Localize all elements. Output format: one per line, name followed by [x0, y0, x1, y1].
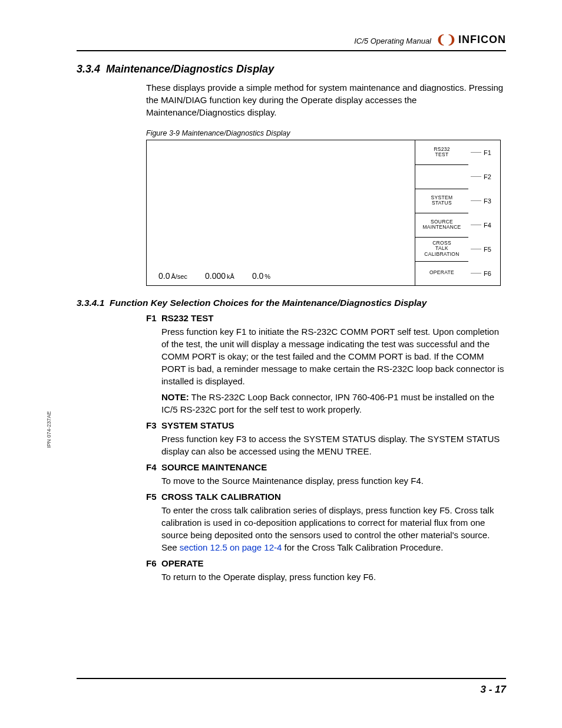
section-intro: These displays provide a simple method f… [146, 81, 506, 118]
ipn-sidetext: IPN 074-237AE [46, 411, 52, 448]
manual-title: IC/5 Operating Manual [354, 37, 431, 47]
fkey-desc-f1: F1RS232 TEST Press function key F1 to in… [146, 313, 506, 416]
fkey-column: RS232 TEST F1 F2 SYSTEM STATUS F3 SOURCE… [415, 140, 500, 285]
fkey-f4[interactable]: SOURCE MAINTENANCE F4 [415, 213, 500, 237]
brand-name: INFICON [458, 34, 506, 46]
figure-diagnostics-display: 0.0Å/sec 0.000kÅ 0.0% RS232 TEST F1 F2 [146, 140, 501, 286]
figure-left-panel: 0.0Å/sec 0.000kÅ 0.0% [147, 140, 415, 285]
section-heading: 3.3.4 Maintenance/Diagnostics Display [77, 63, 506, 75]
page-header: IC/5 Operating Manual ❨❩ INFICON [77, 32, 506, 51]
thickness-readout: 0.000kÅ [205, 271, 234, 281]
brand-logo: ❨❩ INFICON [436, 32, 506, 47]
note-rs232: NOTE: The RS-232C Loop Back connector, I… [161, 391, 506, 416]
cross-ref-link[interactable]: section 12.5 on page 12-4 [180, 542, 282, 552]
status-readout: 0.0Å/sec 0.000kÅ 0.0% [147, 266, 415, 285]
fkey-desc-f5: F5CROSS TALK CALIBRATION To enter the cr… [146, 492, 506, 554]
page-footer: 3 - 17 [77, 678, 506, 696]
fkey-desc-f6: F6OPERATE To return to the Operate displ… [146, 558, 506, 583]
fkey-desc-f3: F3SYSTEM STATUS Press function key F3 to… [146, 420, 506, 457]
percent-readout: 0.0% [252, 271, 270, 281]
fkey-f2[interactable]: F2 [415, 164, 500, 189]
fkey-f6[interactable]: OPERATE F6 [415, 261, 500, 285]
figure-caption: Figure 3-9 Maintenance/Diagnostics Displ… [146, 129, 506, 137]
fkey-f3[interactable]: SYSTEM STATUS F3 [415, 189, 500, 213]
fkey-f1[interactable]: RS232 TEST F1 [415, 140, 500, 164]
logo-icon: ❨❩ [436, 32, 457, 47]
subsection-heading: 3.3.4.1 Function Key Selection Choices f… [77, 298, 506, 308]
rate-readout: 0.0Å/sec [158, 271, 187, 281]
page-number: 3 - 17 [481, 684, 506, 695]
fkey-f5[interactable]: CROSS TALK CALIBRATION F5 [415, 237, 500, 261]
fkey-desc-f4: F4SOURCE MAINTENANCE To move to the Sour… [146, 462, 506, 487]
